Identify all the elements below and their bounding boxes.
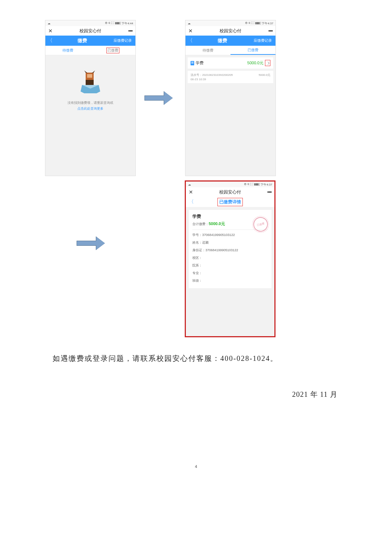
total-amount: 5000.0元 xyxy=(209,221,225,226)
tab-pending[interactable]: 待缴费 xyxy=(45,46,90,55)
window-title-bar: ✕ 校园安心付 ••• xyxy=(186,187,274,197)
back-icon[interactable]: 〈 xyxy=(185,37,195,44)
fee-detail-row: 流水号：2021062310392200205 06-23 10:39 5000… xyxy=(188,71,273,83)
status-icons: ⚙ ⚟ ⛶ ▮▮▮▯ xyxy=(105,21,121,25)
record-link[interactable]: 应缴费记录 xyxy=(250,38,275,43)
record-link[interactable]: 应缴费记录 xyxy=(110,38,135,43)
status-bar: ☁ ⚙ ⚟ ⛶ ▮▮▮▯ 下午4:44 xyxy=(45,20,135,26)
paid-stamp-icon: 已缴费 xyxy=(252,216,269,233)
app-title: 校园安心付 xyxy=(219,189,241,195)
content-area: 已缴费 学费 合计缴费：5000.0元 学号：37068419990510312… xyxy=(186,207,274,336)
row-name: 姓名：迟颖 xyxy=(192,239,268,247)
detail-title: 已缴费详情 xyxy=(217,198,243,206)
row-department: 院系： xyxy=(192,262,268,269)
window-title-bar: ✕ 校园安心付 ••• xyxy=(45,26,135,36)
status-cloud-icon: ☁ xyxy=(48,22,50,25)
fee-amount: 5000.0元 xyxy=(247,61,264,65)
phone-paid-list: ☁ ⚙ ⚟ ⛶ ▮▮▮▯ 下午4:37 ✕ 校园安心付 ••• 〈 缴费 应缴费… xyxy=(185,20,276,176)
tab-paid[interactable]: 已缴费 xyxy=(230,46,275,55)
status-bar: ☁ ⚙ ⚟ ⛶ ▮▮▮▯ 下午4:37 xyxy=(185,20,275,26)
page-header: 〈 缴费 应缴费记录 xyxy=(185,36,275,46)
status-cloud-icon: ☁ xyxy=(188,183,191,186)
total-label: 合计缴费： xyxy=(192,222,209,226)
status-cloud-icon: ☁ xyxy=(188,22,191,25)
page-number: 4 xyxy=(0,464,392,469)
chevron-right-icon xyxy=(266,62,269,65)
fox-mascot-icon xyxy=(78,70,103,95)
close-icon[interactable]: ✕ xyxy=(189,189,193,195)
status-bar: ☁ ⚙ ⚟ ⛶ ▮▮▮▯ 下午4:37 xyxy=(186,182,274,187)
serial-label: 流水号：2021062310392200205 xyxy=(191,73,233,77)
window-title-bar: ✕ 校园安心付 ••• xyxy=(185,26,275,36)
content-area: 没有找到缴费项，请重新查询或 点击此处查询更多 xyxy=(45,55,135,176)
help-text: 如遇缴费或登录问题，请联系校园安心付客服：400-028-1024。 xyxy=(53,354,278,363)
row-class: 班级： xyxy=(192,277,268,285)
close-icon[interactable]: ✕ xyxy=(48,28,53,34)
status-icons: ⚙ ⚟ ⛶ ▮▮▮▯ xyxy=(245,21,261,25)
app-title: 校园安心付 xyxy=(220,28,241,34)
row-student-id: 学号：370684199905103122 xyxy=(192,231,268,239)
page-header: 〈 缴费 应缴费记录 xyxy=(45,36,135,46)
row-major: 专业： xyxy=(192,269,268,277)
app-title: 校园安心付 xyxy=(79,28,101,34)
status-time: 下午4:37 xyxy=(261,183,272,187)
tabs: 待缴费 已缴费 xyxy=(45,46,135,55)
content-area: 学费 5000.0元 流水号：2021062310392200205 06-23… xyxy=(185,55,275,176)
row-id-card: 身份证：370684199905103122 xyxy=(192,247,268,254)
tab-pending[interactable]: 待缴费 xyxy=(185,46,230,55)
serial-time: 06-23 10:39 xyxy=(191,78,233,81)
date-text: 2021 年 11 月 xyxy=(292,390,338,399)
tabs: 待缴费 已缴费 xyxy=(185,46,275,55)
highlight-box xyxy=(265,60,270,66)
arrow-right-icon xyxy=(144,91,173,105)
close-icon[interactable]: ✕ xyxy=(188,28,193,34)
status-time: 下午4:44 xyxy=(122,21,133,25)
fee-name: 学费 xyxy=(196,60,204,66)
arrow-right-icon xyxy=(77,236,106,250)
more-icon[interactable]: ••• xyxy=(128,28,132,34)
phone-empty-state: ☁ ⚙ ⚟ ⛶ ▮▮▮▯ 下午4:44 ✕ 校园安心付 ••• 〈 缴费 应缴费… xyxy=(45,20,136,176)
phone-detail: ☁ ⚙ ⚟ ⛶ ▮▮▮▯ 下午4:37 ✕ 校园安心付 ••• 〈 已缴费详情 … xyxy=(185,180,275,337)
fee-item[interactable]: 学费 5000.0元 xyxy=(188,57,273,69)
highlight-box: 已缴费 xyxy=(106,48,119,53)
page-title: 缴费 xyxy=(195,37,250,44)
row-campus: 校区： xyxy=(192,254,268,262)
more-icon[interactable]: ••• xyxy=(267,189,271,195)
tab-paid[interactable]: 已缴费 xyxy=(90,46,135,55)
svg-rect-4 xyxy=(86,80,94,85)
status-icons: ⚙ ⚟ ⛶ ▮▮▮▯ xyxy=(244,183,260,187)
svg-rect-3 xyxy=(87,74,92,78)
back-icon[interactable]: 〈 xyxy=(45,37,55,44)
status-time: 下午4:37 xyxy=(262,21,273,25)
detail-card: 已缴费 学费 合计缴费：5000.0元 学号：37068419990510312… xyxy=(189,210,271,288)
page-title: 缴费 xyxy=(55,37,110,44)
empty-link[interactable]: 点击此处查询更多 xyxy=(45,106,135,111)
detail-header: 〈 已缴费详情 xyxy=(186,197,274,207)
document-icon xyxy=(191,61,194,65)
empty-text-1: 没有找到缴费项，请重新查询或 xyxy=(45,101,135,105)
more-icon[interactable]: ••• xyxy=(268,28,273,34)
serial-amount: 5000.0元 xyxy=(259,73,270,81)
back-icon[interactable]: 〈 xyxy=(186,199,197,205)
